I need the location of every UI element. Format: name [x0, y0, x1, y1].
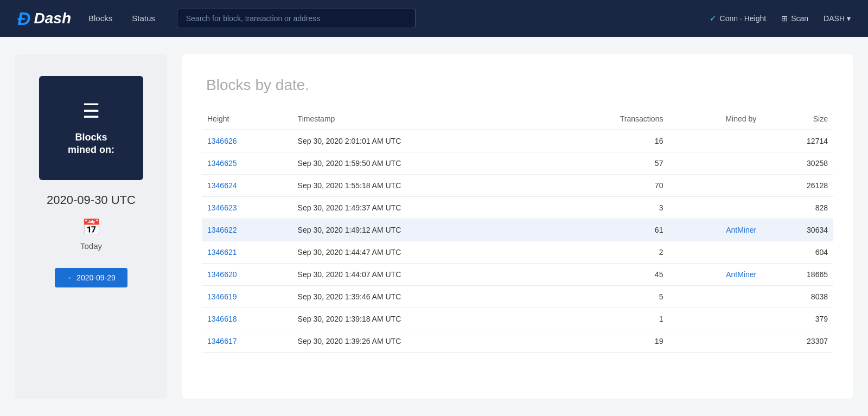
table-row: 1346617Sep 30, 2020 1:39:26 AM UTC192330… — [202, 330, 833, 353]
cell-transactions: 45 — [548, 264, 669, 286]
navbar: Đ Dash Blocks Status ✓ Conn · Height ⊞ S… — [0, 0, 868, 37]
cell-mined-by — [668, 130, 762, 152]
cell-height: 1346617 — [202, 330, 292, 353]
dash-dropdown[interactable]: DASH ▾ — [824, 14, 851, 23]
cell-height: 1346625 — [202, 152, 292, 175]
page-title: Blocksby date. — [202, 72, 833, 95]
nav-right: ✓ Conn · Height ⊞ Scan DASH ▾ — [710, 14, 851, 23]
cell-mined-by — [668, 197, 762, 219]
cell-timestamp: Sep 30, 2020 1:39:46 AM UTC — [292, 286, 548, 308]
cell-height: 1346623 — [202, 197, 292, 219]
sidebar-card: ☰ Blocksmined on: — [39, 76, 143, 180]
block-height-link[interactable]: 1346617 — [207, 337, 237, 345]
cell-mined-by — [668, 330, 762, 353]
cell-size: 379 — [762, 308, 833, 330]
cell-transactions: 19 — [548, 330, 669, 353]
cell-size: 8038 — [762, 286, 833, 308]
chevron-down-icon: ▾ — [847, 14, 851, 23]
dash-label: DASH — [824, 14, 845, 23]
col-height: Height — [202, 110, 292, 130]
logo-text: Dash — [34, 10, 71, 27]
cell-timestamp: Sep 30, 2020 1:44:07 AM UTC — [292, 264, 548, 286]
cell-transactions: 3 — [548, 197, 669, 219]
site-logo[interactable]: Đ Dash — [17, 8, 71, 29]
cell-height: 1346618 — [202, 308, 292, 330]
sidebar-card-label: Blocksmined on: — [68, 131, 114, 157]
cell-timestamp: Sep 30, 2020 1:39:26 AM UTC — [292, 330, 548, 353]
cell-mined-by — [668, 308, 762, 330]
blocks-list-icon: ☰ — [82, 100, 100, 123]
table-row: 1346618Sep 30, 2020 1:39:18 AM UTC1379 — [202, 308, 833, 330]
block-height-link[interactable]: 1346623 — [207, 203, 237, 212]
table-row: 1346626Sep 30, 2020 2:01:01 AM UTC161271… — [202, 130, 833, 152]
block-height-link[interactable]: 1346624 — [207, 181, 237, 190]
col-timestamp: Timestamp — [292, 110, 548, 130]
cell-mined-by — [668, 241, 762, 264]
cell-size: 12714 — [762, 130, 833, 152]
table-body: 1346626Sep 30, 2020 2:01:01 AM UTC161271… — [202, 130, 833, 353]
logo-d-icon: Đ — [17, 8, 31, 29]
table-row: 1346619Sep 30, 2020 1:39:46 AM UTC58038 — [202, 286, 833, 308]
cell-mined-by — [668, 286, 762, 308]
cell-mined-by — [668, 175, 762, 197]
scan-label: Scan — [791, 14, 808, 23]
cell-size: 604 — [762, 241, 833, 264]
cell-timestamp: Sep 30, 2020 2:01:01 AM UTC — [292, 130, 548, 152]
block-height-link[interactable]: 1346621 — [207, 248, 237, 257]
content-area: Blocksby date. Height Timestamp Transact… — [182, 54, 853, 399]
miner-link[interactable]: AntMiner — [726, 226, 756, 234]
cell-height: 1346620 — [202, 264, 292, 286]
blocks-table: Height Timestamp Transactions Mined by S… — [202, 110, 833, 353]
cell-size: 30634 — [762, 219, 833, 241]
col-mined-by: Mined by — [668, 110, 762, 130]
cell-mined-by: AntMiner — [668, 219, 762, 241]
cell-mined-by: AntMiner — [668, 264, 762, 286]
cell-mined-by — [668, 152, 762, 175]
cell-transactions: 1 — [548, 308, 669, 330]
table-row: 1346623Sep 30, 2020 1:49:37 AM UTC3828 — [202, 197, 833, 219]
cell-timestamp: Sep 30, 2020 1:49:37 AM UTC — [292, 197, 548, 219]
cell-height: 1346626 — [202, 130, 292, 152]
col-transactions: Transactions — [548, 110, 669, 130]
calendar-icon: 📅 — [82, 218, 101, 236]
cell-transactions: 2 — [548, 241, 669, 264]
main-layout: ☰ Blocksmined on: 2020-09-30 UTC 📅 Today… — [0, 37, 868, 416]
block-height-link[interactable]: 1346618 — [207, 315, 237, 323]
sidebar-date: 2020-09-30 UTC — [47, 193, 136, 207]
nav-status-link[interactable]: Status — [132, 14, 155, 23]
block-height-link[interactable]: 1346620 — [207, 270, 237, 279]
cell-timestamp: Sep 30, 2020 1:39:18 AM UTC — [292, 308, 548, 330]
cell-timestamp: Sep 30, 2020 1:44:47 AM UTC — [292, 241, 548, 264]
checkmark-icon: ✓ — [710, 14, 717, 23]
table-row: 1346620Sep 30, 2020 1:44:07 AM UTC45AntM… — [202, 264, 833, 286]
cell-height: 1346621 — [202, 241, 292, 264]
block-height-link[interactable]: 1346619 — [207, 292, 237, 301]
cell-transactions: 57 — [548, 152, 669, 175]
block-height-link[interactable]: 1346626 — [207, 137, 237, 145]
block-height-link[interactable]: 1346625 — [207, 159, 237, 168]
nav-blocks-link[interactable]: Blocks — [88, 14, 112, 23]
cell-size: 18665 — [762, 264, 833, 286]
cell-size: 30258 — [762, 152, 833, 175]
cell-size: 23307 — [762, 330, 833, 353]
conn-height-indicator: ✓ Conn · Height — [710, 14, 767, 23]
cell-size: 828 — [762, 197, 833, 219]
cell-height: 1346619 — [202, 286, 292, 308]
miner-link[interactable]: AntMiner — [726, 270, 756, 279]
cell-timestamp: Sep 30, 2020 1:59:50 AM UTC — [292, 152, 548, 175]
cell-height: 1346622 — [202, 219, 292, 241]
cell-size: 26128 — [762, 175, 833, 197]
page-subtitle: by date. — [255, 76, 309, 93]
prev-date-button[interactable]: ← 2020-09-29 — [55, 268, 127, 287]
block-height-link[interactable]: 1346622 — [207, 226, 237, 234]
table-row: 1346621Sep 30, 2020 1:44:47 AM UTC2604 — [202, 241, 833, 264]
conn-height-label: Conn · Height — [720, 14, 767, 23]
cell-transactions: 70 — [548, 175, 669, 197]
table-row: 1346625Sep 30, 2020 1:59:50 AM UTC573025… — [202, 152, 833, 175]
col-size: Size — [762, 110, 833, 130]
qr-icon: ⊞ — [781, 14, 788, 23]
cell-timestamp: Sep 30, 2020 1:55:18 AM UTC — [292, 175, 548, 197]
search-input[interactable] — [177, 9, 416, 28]
scan-button[interactable]: ⊞ Scan — [781, 14, 808, 23]
cell-transactions: 61 — [548, 219, 669, 241]
